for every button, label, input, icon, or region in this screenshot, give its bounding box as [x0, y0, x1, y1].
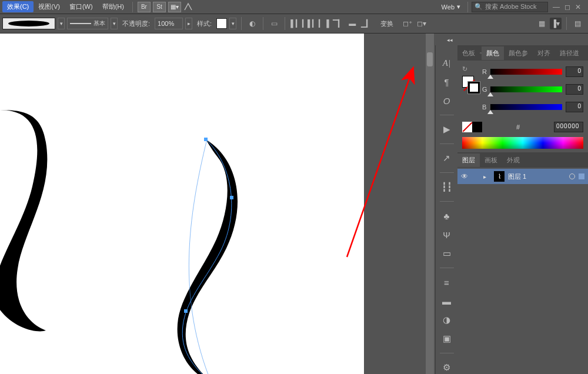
maximize-icon[interactable]: ◻ [564, 3, 570, 11]
stroke-profile-preview[interactable]: 基本 [67, 18, 108, 29]
opacity-dropdown[interactable]: ▸ [185, 18, 192, 29]
menu-view[interactable]: 视图(V) [34, 1, 65, 12]
align-right-icon[interactable]: ▎▐ [318, 18, 330, 29]
stock-search-input[interactable]: 🔍 搜索 Adobe Stock [472, 2, 548, 12]
tab-pathfinder[interactable]: 路径道 [555, 46, 584, 60]
anchor-point[interactable] [230, 196, 233, 199]
arrange-docs-icon[interactable]: ▦▾ [168, 2, 181, 12]
symbols-panel-icon[interactable]: ♣ [440, 209, 454, 223]
style-dropdown[interactable]: ▾ [229, 18, 236, 29]
actions-panel-icon[interactable]: ▶ [440, 122, 454, 136]
brush-dropdown[interactable]: ▾ [58, 18, 65, 29]
brush-ellipse-icon [8, 21, 49, 26]
minimize-icon[interactable]: — [553, 3, 560, 11]
b-slider[interactable] [490, 104, 562, 110]
panel-mode-icon[interactable]: ▐▾ [550, 18, 562, 29]
stroke-swatch[interactable] [468, 82, 480, 94]
layer-row[interactable]: 👁 ▸ ⌇ 图层 1 [457, 169, 588, 184]
tab-align[interactable]: 对齐 [533, 46, 555, 60]
grid-icon[interactable]: ▦ [536, 18, 547, 29]
panel-menu-icon[interactable]: ▤ [572, 18, 583, 29]
gpu-icon[interactable] [182, 1, 194, 13]
css-panel-icon[interactable]: ▣ [440, 332, 454, 346]
align-bottom-icon[interactable]: ▁▎ [360, 18, 372, 29]
hex-label: # [516, 123, 520, 131]
black-swatch [472, 122, 482, 132]
expand-layer-icon[interactable]: ▸ [483, 173, 490, 180]
tab-artboards[interactable]: 画板 [480, 153, 502, 167]
color-spectrum[interactable] [462, 137, 583, 149]
doc-setup-icon[interactable]: ▭ [268, 18, 280, 29]
menu-help[interactable]: 帮助(H) [98, 1, 129, 12]
fill-stroke-proxy[interactable] [462, 76, 480, 94]
tab-appearance[interactable]: 外观 [502, 153, 524, 167]
g-slider[interactable] [490, 86, 562, 92]
document-profile-dropdown[interactable]: Web ▾ [438, 3, 464, 11]
canvas[interactable] [0, 34, 364, 374]
stroke-panel-icon[interactable]: ≡ [440, 275, 454, 289]
align-left-icon[interactable]: ▌▎ [290, 18, 302, 29]
chevron-down-icon: ▾ [457, 3, 460, 11]
menu-effects[interactable]: 效果(C) [2, 1, 34, 12]
canvas-shape-selected[interactable] [178, 139, 238, 374]
style-swatch[interactable] [216, 18, 227, 29]
menu-divider [132, 2, 133, 12]
spectrum-toggle-icon[interactable]: ↻ [462, 65, 472, 75]
links-panel-icon[interactable]: ↗ [440, 151, 454, 165]
none-swatch [462, 122, 472, 132]
align-vcenter-icon[interactable]: ▬ [346, 18, 358, 29]
panel-collapse-handle[interactable]: ◂◂ [441, 37, 459, 43]
panel-dock: A| ¶ O ▶ ↗ ┇┇ ♣ Ψ ▭ ≡ ▬ ◑ ▣ ⚙ [435, 45, 457, 374]
stroke-line-icon [70, 23, 91, 24]
visibility-icon[interactable]: 👁 [461, 172, 470, 181]
none-swatch-pair[interactable] [462, 122, 482, 132]
tab-swatches[interactable]: 色板 [457, 46, 480, 60]
r-slider[interactable] [490, 69, 562, 75]
b-value-field[interactable]: 0 [566, 102, 583, 112]
slider-thumb[interactable] [487, 110, 493, 114]
g-value-field[interactable]: 0 [566, 84, 583, 95]
align-hcenter-icon[interactable]: ▎▌▎ [304, 18, 316, 29]
target-icon[interactable] [569, 173, 575, 179]
brushes-panel-icon[interactable]: Ψ [440, 228, 454, 242]
anchor-point[interactable] [204, 138, 208, 141]
paragraph-panel-icon[interactable]: ¶ [440, 75, 454, 89]
color-panel: ↻ R 0 G 0 [457, 61, 588, 149]
tab-layers[interactable]: 图层 [457, 153, 480, 167]
menu-window[interactable]: 窗口(W) [65, 1, 98, 12]
character-panel-icon[interactable]: A| [440, 56, 454, 70]
stock-icon[interactable]: St [153, 2, 166, 12]
slider-thumb[interactable] [487, 92, 493, 96]
document-profile-label: Web [442, 4, 455, 11]
symbol-icon[interactable]: ◻▾ [416, 18, 427, 29]
settings-panel-icon[interactable]: ⚙ [440, 360, 454, 374]
opentype-panel-icon[interactable]: O [440, 94, 454, 108]
layer-name[interactable]: 图层 1 [508, 172, 566, 181]
options-bar: ▾ 基本 ▾ 不透明度: 100% ▸ 样式: ▾ ◐ ▭ ▌▎ ▎▌▎ ▎▐ … [0, 14, 588, 34]
transparency-panel-icon[interactable]: ◑ [440, 313, 454, 327]
tab-color-guide[interactable]: 颜色参 [504, 46, 533, 60]
search-icon: 🔍 [475, 3, 483, 11]
transform-button[interactable]: 变换 [377, 18, 397, 29]
tab-color[interactable]: 颜色 [482, 46, 504, 60]
r-value-field[interactable]: 0 [566, 66, 583, 77]
scrollbar-thumb[interactable] [427, 52, 433, 66]
hex-field[interactable]: 000000 [554, 122, 583, 132]
slider-thumb[interactable] [487, 75, 493, 79]
vertical-scrollbar[interactable] [426, 34, 434, 374]
swatches-panel-icon[interactable]: ▭ [440, 246, 454, 261]
layer-tabs: 图层 画板 外观 [457, 152, 588, 168]
selection-indicator [579, 173, 584, 179]
gradient-panel-icon[interactable]: ▬ [440, 294, 454, 308]
bridge-icon[interactable]: Br [138, 2, 151, 12]
opacity-field[interactable]: 100% [155, 18, 183, 29]
align-panel-icon[interactable]: ┇┇ [440, 180, 454, 194]
brush-preview[interactable] [2, 18, 55, 29]
stroke-profile-label: 基本 [93, 19, 108, 28]
close-icon[interactable]: ✕ [575, 3, 581, 11]
align-top-icon[interactable]: ▔▎ [332, 18, 344, 29]
anchor-point[interactable] [184, 309, 188, 313]
recolor-icon[interactable]: ◐ [246, 18, 258, 29]
stroke-profile-dropdown[interactable]: ▾ [111, 18, 118, 29]
isolate-icon[interactable]: ◻⁺ [402, 18, 413, 29]
